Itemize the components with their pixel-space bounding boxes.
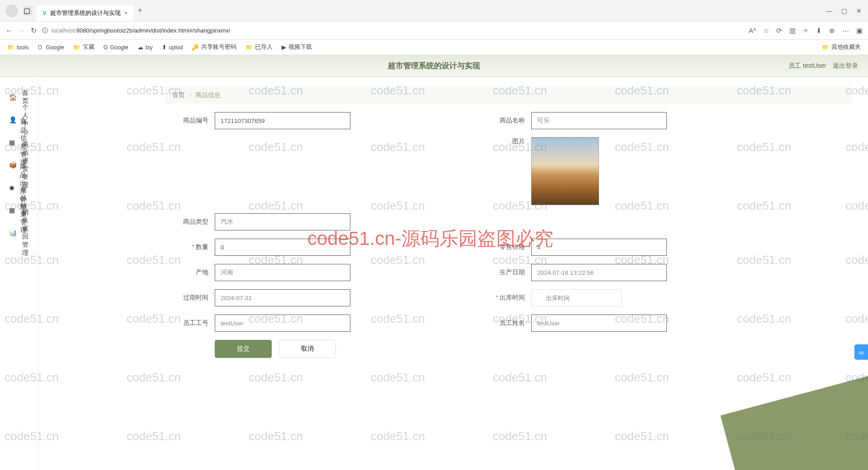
close-window-icon[interactable]: ✕ [856, 7, 862, 14]
menu-return[interactable]: 📊销售退回管理﹀ [0, 221, 38, 244]
bookmark-google2[interactable]: G Google [104, 44, 128, 51]
submit-button[interactable]: 提交 [215, 340, 272, 358]
bookmarks-bar: 📁tools 🗋 Google 📁宝藏 G Google ☁ txy ⬆ upl… [0, 40, 868, 55]
collections-icon[interactable]: ✧ [803, 27, 809, 35]
split-icon[interactable]: ▥ [789, 27, 796, 35]
bookmark-tools[interactable]: 📁tools [7, 44, 28, 51]
prod-date-input[interactable] [531, 264, 667, 281]
product-type-input[interactable] [215, 213, 350, 230]
label-quantity: *数量 [156, 243, 215, 251]
download-icon[interactable]: ⬇ [816, 27, 822, 35]
product-image-upload[interactable] [531, 137, 599, 205]
text-size-icon[interactable]: Aᴬ [749, 27, 756, 35]
origin-input[interactable] [215, 264, 350, 281]
app-title: 超市管理系统的设计与实现 [388, 61, 480, 71]
maximize-icon[interactable]: ▢ [841, 7, 847, 14]
menu-sales[interactable]: ▦商品销量管理﹀ [0, 199, 38, 221]
user-info[interactable]: 员工 testUser [788, 62, 826, 70]
breadcrumb: 首页 / 商品信息 [165, 87, 852, 104]
menu-product-info[interactable]: ▦商品信息管理﹀ [0, 131, 38, 154]
label-expire: 过期时间 [156, 294, 215, 302]
label-product-name: 商品名称 [472, 117, 531, 125]
app-header: 超市管理系统的设计与实现 员工 testUser 退出登录 [0, 55, 868, 77]
chevron-down-icon: ﹀ [23, 229, 28, 237]
tab-title: 超市管理系统的设计与实现 [50, 9, 121, 17]
other-bookmarks[interactable]: 📁其他收藏夹 [822, 43, 861, 51]
sync-icon[interactable]: ⟳ [776, 27, 782, 35]
bookmark-share[interactable]: 🔑 共享账号密码 [192, 43, 236, 51]
bookmark-baozang[interactable]: 📁宝藏 [73, 43, 94, 51]
menu-profile[interactable]: 👤个人中心﹀ [0, 108, 38, 131]
label-retail-price: 零售价格 [472, 243, 531, 251]
favorite-icon[interactable]: ☆ [763, 27, 769, 35]
quantity-input[interactable] [215, 239, 350, 256]
bookmark-imported[interactable]: 📁已导入 [245, 43, 273, 51]
label-origin: 产地 [156, 268, 215, 277]
bookmark-txy[interactable]: ☁ txy [137, 44, 153, 51]
out-time-input[interactable] [531, 289, 622, 306]
menu-home[interactable]: 🏠首页 [0, 86, 38, 108]
expire-input[interactable] [215, 289, 350, 306]
minimize-icon[interactable]: — [826, 7, 832, 14]
product-code-input[interactable] [215, 112, 350, 129]
refresh-button[interactable]: ↻ [31, 26, 37, 35]
browser-tab-bar: ▢ V 超市管理系统的设计与实现 × + — ▢ ✕ [0, 0, 868, 22]
menu-purchase[interactable]: 📦商品进货管理﹀ [0, 154, 38, 176]
browser-url-bar: ← → ↻ ⓘ localhost:8080/springbootoiz2b/a… [0, 22, 868, 40]
product-name-input[interactable] [531, 112, 667, 129]
forward-button[interactable]: → [18, 27, 25, 35]
menu-icon[interactable]: ⋯ [842, 27, 849, 35]
label-image: 图片 [472, 137, 531, 146]
side-widget-icon[interactable]: ∞ [854, 344, 868, 360]
bookmark-video[interactable]: ▶ 视频下载 [282, 43, 312, 51]
sidebar: 🏠首页 👤个人中心﹀ ▦商品信息管理﹀ 📦商品进货管理﹀ ◉商品出库管理﹀ ▦商… [0, 77, 38, 470]
menu-outstock[interactable]: ◉商品出库管理﹀ [0, 176, 38, 199]
label-product-type: 商品类型 [156, 218, 215, 226]
emp-name-input[interactable] [531, 315, 667, 332]
cancel-button[interactable]: 取消 [279, 340, 336, 358]
profile-icon[interactable] [5, 5, 18, 17]
breadcrumb-current: 商品信息 [195, 92, 221, 99]
sidebar-icon[interactable]: ▣ [856, 27, 863, 35]
breadcrumb-home[interactable]: 首页 [172, 92, 185, 99]
close-tab-icon[interactable]: × [124, 9, 128, 16]
logout-button[interactable]: 退出登录 [833, 62, 858, 70]
label-out-time: *出库时间 [472, 294, 531, 302]
emp-id-input[interactable] [215, 315, 350, 332]
bookmark-uplod[interactable]: ⬆ uplod [162, 44, 183, 51]
address-bar[interactable]: ⓘ localhost:8080/springbootoiz2b/admin/d… [42, 27, 743, 35]
bookmark-google[interactable]: 🗋 Google [38, 44, 64, 51]
label-product-code: 商品编号 [156, 117, 215, 125]
info-icon: ⓘ [42, 27, 48, 35]
vue-favicon-icon: V [42, 9, 47, 16]
new-tab-button[interactable]: + [137, 6, 142, 15]
label-prod-date: 生产日期 [472, 268, 531, 277]
extensions-icon[interactable]: ⊕ [829, 27, 835, 35]
label-emp-name: 员工姓名 [472, 319, 531, 327]
browser-tab[interactable]: V 超市管理系统的设计与实现 × [36, 5, 134, 21]
tab-stack-icon[interactable]: ▢ [24, 6, 33, 15]
back-button[interactable]: ← [5, 27, 13, 35]
label-emp-id: 员工工号 [156, 319, 215, 327]
retail-price-input[interactable] [531, 239, 667, 256]
